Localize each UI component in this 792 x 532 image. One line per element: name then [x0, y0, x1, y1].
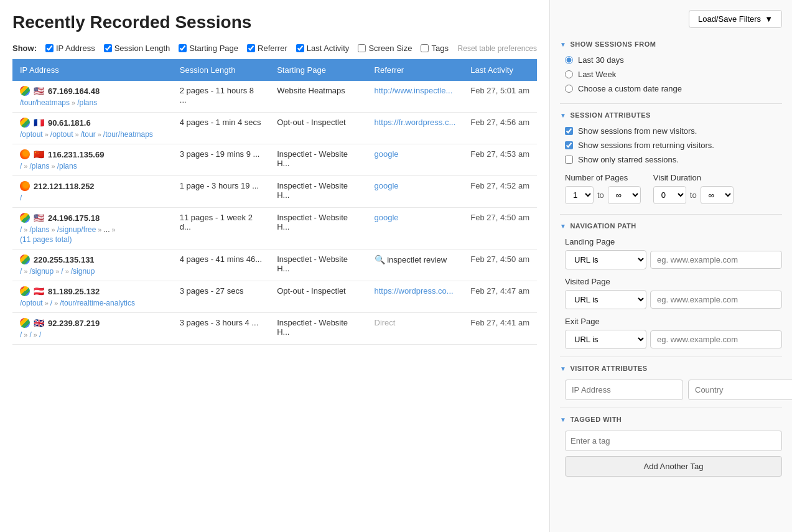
- path-link[interactable]: /plans: [57, 162, 77, 170]
- path-link[interactable]: /tour/heatmaps: [20, 98, 70, 107]
- table-row[interactable]: 212.121.118.252 / 1 page - 3 hours 19 ..…: [12, 176, 537, 208]
- tags-checkbox-input[interactable]: [421, 44, 429, 52]
- path-separator: »: [55, 268, 59, 275]
- show-sessions-section-header[interactable]: ▼ SHOW SESSIONS FROM: [560, 40, 782, 48]
- chrome-icon: [20, 86, 30, 96]
- navigation-path-section-header[interactable]: ▼ NAVIGATION PATH: [560, 222, 782, 230]
- landing-page-url-select[interactable]: URL is URL contains URL starts with: [565, 250, 646, 269]
- path-link[interactable]: (11 pages total): [20, 235, 72, 244]
- referrer-link[interactable]: http://www.inspectle...: [375, 86, 453, 95]
- starred-sessions-checkbox[interactable]: Show only starred sessions.: [565, 155, 782, 164]
- path-link[interactable]: /tour: [81, 130, 96, 139]
- visitor-fields: [560, 380, 782, 400]
- path-link[interactable]: /plans: [29, 225, 49, 234]
- visited-page-url-input[interactable]: [650, 291, 782, 309]
- last-30-days-radio[interactable]: [565, 56, 573, 64]
- pages-section: Number of Pages 123 to ∞510: [565, 173, 641, 204]
- session-length-label: Session Length: [114, 44, 170, 53]
- tag-input[interactable]: [565, 431, 782, 451]
- last-activity-checkbox-input[interactable]: [296, 44, 304, 52]
- referrer-cell: 🔍 inspectlet review: [367, 250, 464, 281]
- path-link[interactable]: /plans: [77, 98, 97, 107]
- session-length-checkbox[interactable]: Session Length: [104, 44, 170, 53]
- table-row[interactable]: 🇬🇧 92.239.87.219 / » / » / 3 pages - 3 h…: [12, 313, 537, 345]
- path-link[interactable]: /: [20, 330, 22, 339]
- path-link[interactable]: /optout: [50, 130, 73, 139]
- last-week-option[interactable]: Last Week: [565, 70, 782, 79]
- exit-page-url-select[interactable]: URL is URL contains URL starts with: [565, 330, 646, 349]
- last-activity-checkbox[interactable]: Last Activity: [296, 44, 350, 53]
- duration-from-select[interactable]: 0510: [653, 186, 686, 204]
- new-visitors-checkbox-input[interactable]: [565, 127, 573, 135]
- referrer-link[interactable]: https://wordpress.co...: [375, 286, 454, 296]
- table-row[interactable]: 220.255.135.131 / » /signup » / » /signu…: [12, 250, 537, 281]
- path-link[interactable]: /tour/realtime-analytics: [60, 299, 135, 307]
- session-attributes-section-header[interactable]: ▼ SESSION ATTRIBUTES: [560, 111, 782, 119]
- path-link[interactable]: /: [20, 267, 22, 276]
- reset-table-link[interactable]: Reset table preferences: [458, 44, 537, 53]
- visited-page-url-select[interactable]: URL is URL contains URL starts with: [565, 290, 646, 309]
- path-link[interactable]: /optout: [20, 130, 43, 139]
- path-link[interactable]: /plans: [29, 162, 49, 170]
- starting-page-checkbox-input[interactable]: [179, 44, 187, 52]
- referrer-link[interactable]: https://fr.wordpress.c...: [375, 118, 456, 127]
- custom-date-option[interactable]: Choose a custom date range: [565, 84, 782, 93]
- last-30-days-option[interactable]: Last 30 days: [565, 55, 782, 65]
- starting-page-checkbox[interactable]: Starting Page: [179, 44, 238, 53]
- path-link[interactable]: /: [61, 267, 63, 276]
- load-save-button[interactable]: Load/Save Filters ▼: [689, 10, 782, 28]
- referrer-checkbox-input[interactable]: [247, 44, 255, 52]
- referrer-checkbox[interactable]: Referrer: [247, 44, 287, 53]
- tags-label: Tags: [431, 44, 448, 53]
- returning-visitors-label: Show sessions from returning visitors.: [578, 141, 714, 150]
- add-tag-button[interactable]: Add Another Tag: [565, 456, 782, 477]
- table-row[interactable]: 🇨🇳 116.231.135.69 / » /plans » /plans 3 …: [12, 144, 537, 176]
- table-row[interactable]: 🇺🇸 67.169.164.48 /tour/heatmaps » /plans…: [12, 81, 537, 113]
- referrer-link[interactable]: google: [375, 181, 399, 190]
- path-link[interactable]: /: [29, 330, 31, 339]
- starting-page-cell: Opt-out - Inspectlet: [269, 113, 366, 144]
- session-length-checkbox-input[interactable]: [104, 44, 112, 52]
- path-link[interactable]: /signup: [29, 267, 54, 276]
- path-link[interactable]: /signup/free: [57, 225, 96, 234]
- path-link[interactable]: /: [20, 194, 22, 202]
- ip-address-input[interactable]: [565, 380, 683, 400]
- ip-checkbox-input[interactable]: [45, 44, 54, 52]
- path-link[interactable]: /: [20, 225, 22, 234]
- referrer-link[interactable]: google: [375, 149, 399, 159]
- path-link[interactable]: /optout: [20, 299, 43, 307]
- path-link[interactable]: /: [50, 299, 52, 307]
- tags-checkbox[interactable]: Tags: [421, 44, 448, 53]
- ip-address: 220.255.135.131: [34, 255, 95, 264]
- starting-page-label: Starting Page: [189, 44, 238, 53]
- path-link[interactable]: /tour/heatmaps: [103, 130, 153, 139]
- session-length-cell: 2 pages - 11 hours 8 ...: [172, 81, 269, 113]
- pages-from-select[interactable]: 123: [565, 186, 594, 204]
- screen-size-checkbox-input[interactable]: [358, 44, 366, 52]
- returning-visitors-checkbox-input[interactable]: [565, 141, 573, 149]
- custom-date-radio[interactable]: [565, 85, 573, 93]
- duration-to-select[interactable]: ∞3060: [701, 186, 734, 204]
- path-link[interactable]: /: [20, 162, 22, 170]
- country-input[interactable]: [688, 380, 792, 400]
- path-link[interactable]: /signup: [71, 267, 95, 276]
- new-visitors-checkbox[interactable]: Show sessions from new visitors.: [565, 126, 782, 136]
- table-row[interactable]: 🇺🇸 24.196.175.18 / » /plans » /signup/fr…: [12, 208, 537, 250]
- flag-icon: 🇬🇧: [34, 318, 44, 328]
- visitor-attributes-section-header[interactable]: ▼ VISITOR ATTRIBUTES: [560, 365, 782, 372]
- landing-page-url-input[interactable]: [650, 251, 782, 269]
- path-link[interactable]: /: [39, 330, 41, 339]
- exit-page-url-input[interactable]: [650, 330, 782, 348]
- ip-address-checkbox[interactable]: IP Address: [45, 44, 95, 53]
- last-activity-cell: Feb 27, 4:41 am: [463, 313, 537, 345]
- starred-sessions-checkbox-input[interactable]: [565, 156, 573, 164]
- last-week-radio[interactable]: [565, 70, 573, 78]
- referrer-link[interactable]: google: [375, 213, 399, 222]
- screen-size-checkbox[interactable]: Screen Size: [358, 44, 412, 53]
- table-row[interactable]: 🇦🇹 81.189.25.132 /optout » / » /tour/rea…: [12, 281, 537, 313]
- pages-to-select[interactable]: ∞510: [608, 186, 641, 204]
- returning-visitors-checkbox[interactable]: Show sessions from returning visitors.: [565, 141, 782, 150]
- section-arrow-icon: ▼: [560, 112, 566, 119]
- tagged-with-section-header[interactable]: ▼ TAGGED WITH: [560, 416, 782, 423]
- table-row[interactable]: 🇫🇷 90.61.181.6 /optout » /optout » /tour…: [12, 113, 537, 144]
